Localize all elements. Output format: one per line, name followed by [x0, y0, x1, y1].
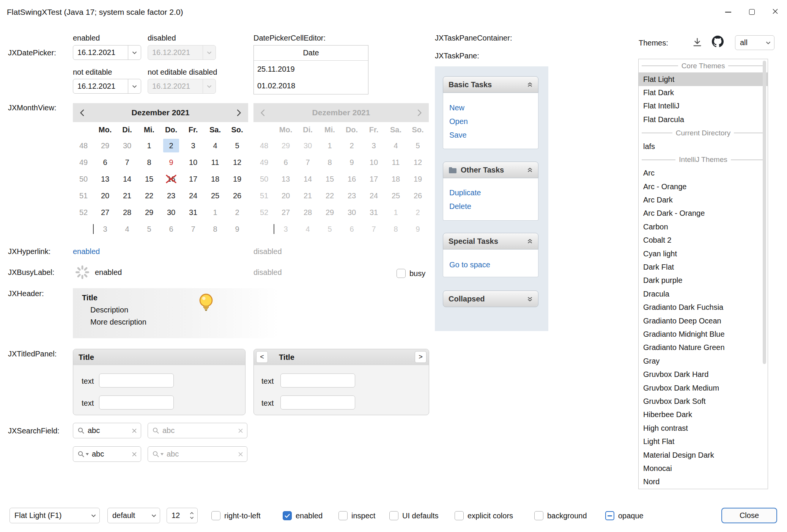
- github-icon[interactable]: [712, 36, 724, 49]
- day-cell[interactable]: 9: [226, 221, 248, 237]
- checkbox-opaque[interactable]: opaque: [605, 511, 644, 521]
- day-cell[interactable]: 19: [226, 171, 248, 187]
- day-cell[interactable]: 12: [226, 154, 248, 171]
- day-cell[interactable]: 16: [160, 171, 182, 187]
- theme-item-flat-intellij[interactable]: Flat IntelliJ: [639, 99, 768, 113]
- day-cell[interactable]: 30: [116, 137, 138, 154]
- datepicker-enabled[interactable]: 16.12.2021: [73, 45, 141, 60]
- day-cell[interactable]: 4: [116, 221, 138, 237]
- theme-item-flat-light[interactable]: Flat Light: [639, 72, 768, 86]
- theme-item-cobalt-2[interactable]: Cobalt 2: [639, 234, 768, 247]
- collapse-icon[interactable]: [527, 167, 533, 173]
- chevron-right-icon[interactable]: [237, 109, 241, 116]
- themes-list[interactable]: Core ThemesFlat LightFlat DarkFlat Intel…: [638, 59, 768, 489]
- theme-item-high-contrast[interactable]: High contrast: [639, 422, 768, 435]
- day-cell[interactable]: 6: [94, 154, 116, 171]
- theme-item-gray[interactable]: Gray: [639, 355, 768, 368]
- text-input[interactable]: [280, 395, 355, 410]
- theme-item-gradianto-dark-fuchsia[interactable]: Gradianto Dark Fuchsia: [639, 301, 768, 314]
- font-size-spinner[interactable]: 12: [167, 508, 198, 523]
- day-cell[interactable]: 18: [204, 171, 226, 187]
- expand-icon[interactable]: [527, 296, 533, 302]
- datepicker-not-editable[interactable]: 16.12.2021: [73, 79, 141, 94]
- day-cell[interactable]: 3: [182, 137, 204, 154]
- collapse-icon[interactable]: [527, 82, 533, 88]
- chevron-left-icon[interactable]: [80, 109, 84, 116]
- table-row[interactable]: 01.02.2018: [254, 77, 368, 94]
- chevron-down-icon[interactable]: [128, 46, 141, 60]
- theme-item-arc-dark-orange[interactable]: Arc Dark - Orange: [639, 207, 768, 220]
- taskpane-header[interactable]: Other Tasks: [443, 162, 538, 178]
- day-cell[interactable]: 23: [160, 187, 182, 204]
- day-cell[interactable]: 8: [204, 221, 226, 237]
- spinner-down-icon[interactable]: [190, 516, 194, 519]
- themes-filter-combobox[interactable]: all: [735, 35, 774, 50]
- text-input[interactable]: [99, 395, 174, 410]
- task-link-go-to-space[interactable]: Go to space: [443, 258, 538, 271]
- day-cell[interactable]: 21: [116, 187, 138, 204]
- chevron-down-icon[interactable]: [86, 453, 89, 455]
- theme-item-arc-dark[interactable]: Arc Dark: [639, 193, 768, 207]
- table-row[interactable]: 25.11.2019: [254, 61, 368, 77]
- day-cell[interactable]: 2: [226, 204, 248, 221]
- day-cell[interactable]: 15: [138, 171, 160, 187]
- clear-icon[interactable]: [132, 428, 137, 433]
- day-cell[interactable]: 11: [204, 154, 226, 171]
- theme-item-light-flat[interactable]: Light Flat: [639, 435, 768, 448]
- minimize-button[interactable]: [716, 0, 740, 24]
- maximize-button[interactable]: [740, 0, 763, 24]
- theme-item-cyan-light[interactable]: Cyan light: [639, 247, 768, 260]
- theme-item-gradianto-midnight-blue[interactable]: Gradianto Midnight Blue: [639, 328, 768, 341]
- day-cell[interactable]: 25: [204, 187, 226, 204]
- text-input[interactable]: [280, 373, 355, 388]
- day-cell[interactable]: 8: [138, 154, 160, 171]
- day-cell[interactable]: 5: [138, 221, 160, 237]
- day-cell[interactable]: 10: [182, 154, 204, 171]
- checkbox-inspect[interactable]: inspect: [338, 511, 375, 521]
- theme-item-hiberbee-dark[interactable]: Hiberbee Dark: [639, 408, 768, 421]
- theme-item-nord[interactable]: Nord: [639, 475, 768, 488]
- style-combobox[interactable]: default: [107, 508, 160, 523]
- day-cell[interactable]: 14: [116, 171, 138, 187]
- checkbox-right-to-left[interactable]: right-to-left: [211, 511, 261, 521]
- theme-item-material-design-dark[interactable]: Material Design Dark: [639, 448, 768, 461]
- next-button[interactable]: >: [415, 351, 427, 363]
- day-cell[interactable]: 2: [160, 137, 182, 154]
- theme-item-arc-orange[interactable]: Arc - Orange: [639, 180, 768, 193]
- theme-item-flat-darcula[interactable]: Flat Darcula: [639, 113, 768, 126]
- checkbox-explicit-colors[interactable]: explicit colors: [455, 511, 513, 521]
- day-cell[interactable]: 22: [138, 187, 160, 204]
- theme-item-monocai[interactable]: Monocai: [639, 462, 768, 475]
- task-link-save[interactable]: Save: [443, 128, 538, 142]
- theme-item-lafs[interactable]: lafs: [639, 140, 768, 153]
- laf-combobox[interactable]: Flat Light (F1): [9, 508, 100, 523]
- day-cell[interactable]: 30: [160, 204, 182, 221]
- day-cell[interactable]: 1: [138, 137, 160, 154]
- day-cell[interactable]: 26: [226, 187, 248, 204]
- search-field-enabled[interactable]: abc: [73, 423, 141, 438]
- hyperlink-enabled[interactable]: enabled: [73, 247, 100, 256]
- day-cell[interactable]: 29: [138, 204, 160, 221]
- search-field-with-menu[interactable]: abc: [73, 446, 141, 462]
- task-link-delete[interactable]: Delete: [443, 199, 538, 213]
- checkbox-enabled[interactable]: enabled: [283, 511, 323, 521]
- day-cell[interactable]: 7: [182, 221, 204, 237]
- taskpane-header[interactable]: Special Tasks: [443, 233, 538, 250]
- day-cell[interactable]: 17: [182, 171, 204, 187]
- collapse-icon[interactable]: [527, 239, 533, 244]
- day-cell[interactable]: 31: [182, 204, 204, 221]
- theme-item-arc[interactable]: Arc: [639, 166, 768, 180]
- checkbox-ui-defaults[interactable]: UI defaults: [389, 511, 439, 521]
- task-link-duplicate[interactable]: Duplicate: [443, 186, 538, 199]
- taskpane-header[interactable]: Basic Tasks: [443, 76, 538, 93]
- chevron-down-icon[interactable]: [128, 79, 141, 93]
- theme-item-gradianto-deep-ocean[interactable]: Gradianto Deep Ocean: [639, 314, 768, 327]
- theme-item-carbon[interactable]: Carbon: [639, 220, 768, 234]
- prev-button[interactable]: <: [256, 351, 268, 363]
- theme-item-flat-dark[interactable]: Flat Dark: [639, 86, 768, 99]
- theme-item-gradianto-nature-green[interactable]: Gradianto Nature Green: [639, 341, 768, 354]
- close-button[interactable]: Close: [721, 508, 777, 523]
- task-link-new[interactable]: New: [443, 101, 538, 115]
- day-cell[interactable]: 9: [160, 154, 182, 171]
- checkbox-busy[interactable]: busy: [397, 268, 425, 278]
